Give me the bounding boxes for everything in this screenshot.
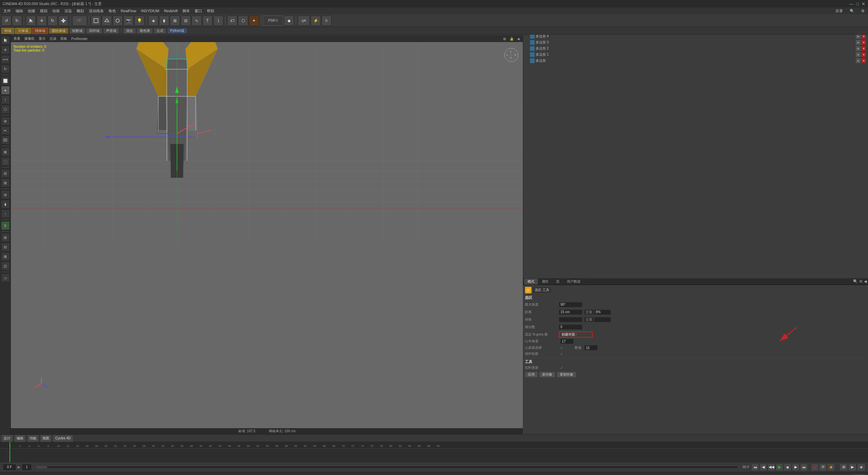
- vp-display[interactable]: 显示: [37, 36, 47, 41]
- lt-brush[interactable]: ✏: [1, 126, 10, 135]
- close-btn[interactable]: ✕: [862, 1, 865, 6]
- play-btn[interactable]: ▶: [776, 463, 783, 471]
- tb2-python[interactable]: Python域: [167, 28, 187, 34]
- lt-move[interactable]: ✛: [1, 45, 10, 54]
- symmetry-btn[interactable]: ⧫: [159, 16, 169, 26]
- lt-select[interactable]: [1, 36, 10, 45]
- lt-point-mode[interactable]: ●: [1, 86, 10, 95]
- render-icon-2[interactable]: ▶: [848, 463, 856, 471]
- vp-scene[interactable]: 查看: [12, 36, 22, 41]
- lt-grid-2[interactable]: ⊟: [1, 243, 10, 251]
- lt-grid-3[interactable]: ⊠: [1, 252, 10, 261]
- tb2-yellow-2[interactable]: 方体域: [15, 28, 31, 34]
- ir-btn[interactable]: Ir: [321, 16, 332, 26]
- keyframe-btn[interactable]: ◆: [827, 463, 835, 471]
- frame-scrubber[interactable]: [37, 466, 738, 469]
- redo-btn[interactable]: ↻: [12, 16, 22, 26]
- qr-btn[interactable]: QR: [298, 16, 310, 26]
- menu-flowlines[interactable]: 流动线条: [87, 7, 106, 14]
- tag-btn[interactable]: 🏷: [227, 16, 237, 26]
- lt-material[interactable]: S: [1, 221, 10, 230]
- input-jitter2[interactable]: [594, 317, 611, 322]
- loop-btn[interactable]: ⟳: [819, 463, 827, 471]
- lt-edge-mode[interactable]: /: [1, 95, 10, 104]
- vp-filter[interactable]: 过滤: [48, 36, 58, 41]
- polygon-btn[interactable]: [102, 16, 112, 26]
- input-value[interactable]: [584, 345, 598, 350]
- subdivision-btn[interactable]: ◈: [148, 16, 158, 26]
- vp-icon-1[interactable]: ⊞: [502, 37, 507, 41]
- tl-tb-4[interactable]: 视图: [40, 435, 52, 442]
- menu-script[interactable]: 脚本: [180, 7, 192, 14]
- poly3-del[interactable]: ✕: [861, 40, 866, 45]
- vp-camera[interactable]: 摄像机: [23, 36, 36, 41]
- vp-panel[interactable]: 面板: [59, 36, 68, 41]
- menu-help[interactable]: 帮助: [205, 7, 216, 14]
- minimize-btn[interactable]: —: [849, 1, 853, 6]
- nav-cube[interactable]: T B L R: [504, 48, 519, 62]
- poly2-vis[interactable]: ●: [856, 46, 861, 51]
- poly1-vis[interactable]: ●: [856, 52, 861, 57]
- poly1-del[interactable]: ✕: [861, 52, 866, 57]
- render-icon-3[interactable]: ◈: [857, 463, 865, 471]
- tb2-blend[interactable]: 混合: [123, 28, 136, 34]
- light-btn[interactable]: 💡: [134, 16, 144, 26]
- poly3-vis[interactable]: ●: [856, 40, 861, 45]
- maximize-btn[interactable]: □: [856, 1, 859, 6]
- lt-grid-snap[interactable]: ⊟: [1, 169, 10, 178]
- lt-scale[interactable]: ⟺: [1, 55, 10, 64]
- xyz-btn[interactable]: XYZ: [72, 16, 87, 26]
- poly0-vis[interactable]: ●: [856, 58, 861, 63]
- poly4-vis[interactable]: ●: [856, 34, 861, 39]
- tb2-yellow-4[interactable]: 圆柱体域: [49, 28, 68, 34]
- poly4-del[interactable]: ✕: [861, 34, 866, 39]
- prev-frame-btn[interactable]: ◀: [760, 463, 767, 471]
- hier-item-poly1[interactable]: 多边形 1 ● ✕: [523, 52, 868, 58]
- vp-icon-3[interactable]: ◈: [516, 37, 521, 41]
- undo-btn[interactable]: ↺: [1, 16, 12, 26]
- obj-mode-btn[interactable]: [91, 16, 101, 26]
- menu-redshift[interactable]: Redshift: [162, 7, 180, 14]
- input-jitter[interactable]: [594, 309, 611, 315]
- props-arrow-icon[interactable]: ◀: [864, 279, 867, 284]
- tl-tb-2[interactable]: 编辑: [14, 435, 26, 442]
- sphere-btn[interactable]: [113, 16, 123, 26]
- input-half-angle[interactable]: [560, 339, 574, 344]
- play-rev-btn[interactable]: ◀◀: [768, 463, 775, 471]
- tb2-btn5[interactable]: 软数域: [69, 28, 85, 34]
- fps-input[interactable]: [22, 464, 32, 471]
- tab-userdata[interactable]: 用户数据: [564, 279, 584, 285]
- particles-btn[interactable]: ✦: [249, 16, 259, 26]
- render-icon-1[interactable]: ⊞: [840, 463, 848, 471]
- input-max-angle[interactable]: [559, 302, 583, 307]
- lt-poly-mode[interactable]: ⬡: [1, 105, 10, 114]
- text-btn[interactable]: T: [202, 16, 213, 26]
- spline-btn[interactable]: ∿: [192, 16, 202, 26]
- lt-rotate[interactable]: ↻: [1, 64, 10, 73]
- boolean-btn[interactable]: ⊟: [181, 16, 191, 26]
- move-btn[interactable]: ✛: [37, 16, 47, 26]
- poly0-del[interactable]: ✕: [861, 58, 866, 63]
- menu-character[interactable]: 角色: [106, 7, 118, 14]
- camera-btn[interactable]: 📷: [123, 16, 134, 26]
- lt-sym[interactable]: ⧫: [1, 200, 10, 209]
- menu-share[interactable]: 共享: [833, 7, 845, 14]
- lt-3d-paint[interactable]: ⊠: [1, 148, 10, 156]
- select-btn[interactable]: [26, 16, 36, 26]
- material-btn[interactable]: ⬡: [238, 16, 248, 26]
- vp-prorender[interactable]: ProRender: [70, 37, 89, 41]
- vp-icon-2[interactable]: 🔒: [508, 37, 515, 41]
- lt-extrude[interactable]: ↑: [1, 209, 10, 218]
- goto-end-btn[interactable]: ⏭: [800, 463, 808, 471]
- menu-search[interactable]: 🔍: [848, 7, 856, 14]
- input-angle[interactable]: [559, 317, 583, 322]
- tb2-yellow-3[interactable]: 球体域: [32, 28, 48, 34]
- btn-apply[interactable]: 应用: [525, 372, 538, 378]
- btn-new-obj[interactable]: 新对象: [539, 372, 555, 378]
- deformer-btn[interactable]: ⤵: [213, 16, 223, 26]
- tb2-colorize[interactable]: 着色调: [137, 28, 153, 34]
- menu-realflow[interactable]: RealFlow: [119, 7, 138, 14]
- menu-simulate[interactable]: 模拟: [38, 7, 50, 14]
- lt-soft-sel[interactable]: ⊜: [1, 190, 10, 199]
- menu-sculpt[interactable]: 雕刻: [75, 7, 86, 14]
